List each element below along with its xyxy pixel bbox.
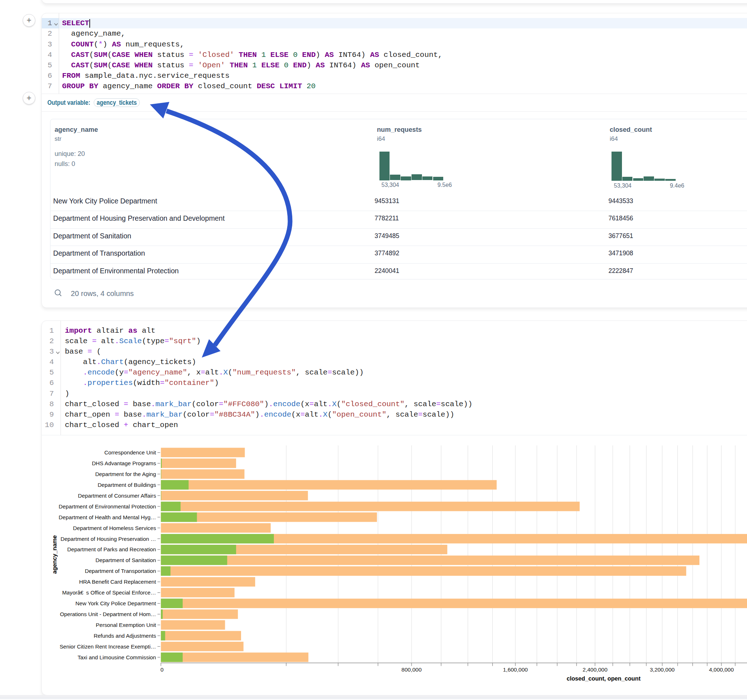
svg-text:Department of Housing Preserva: Department of Housing Preservation … xyxy=(60,536,156,542)
svg-text:Department of Sanitation: Department of Sanitation xyxy=(95,557,156,563)
svg-text:3,200,000: 3,200,000 xyxy=(650,667,674,673)
svg-text:Department of Parks and Recrea: Department of Parks and Recreation xyxy=(67,546,156,552)
svg-text:Mayorâ€ s Office of Special En: Mayorâ€ s Office of Special Enforce… xyxy=(62,590,156,596)
svg-text:HRA Benefit Card Replacement: HRA Benefit Card Replacement xyxy=(79,579,156,585)
svg-text:Operations Unit - Department o: Operations Unit - Department of Hom… xyxy=(60,611,156,617)
svg-text:Correspondence Unit: Correspondence Unit xyxy=(104,450,156,456)
svg-text:Department of Buildings: Department of Buildings xyxy=(98,482,156,488)
svg-text:Department of Transportation: Department of Transportation xyxy=(85,568,156,574)
svg-text:Department of Homeless Service: Department of Homeless Services xyxy=(73,525,156,531)
svg-text:Refunds and Adjustments: Refunds and Adjustments xyxy=(94,633,156,639)
svg-text:closed_count, open_count: closed_count, open_count xyxy=(567,675,641,682)
svg-text:2,400,000: 2,400,000 xyxy=(583,667,608,673)
svg-text:0: 0 xyxy=(160,667,163,673)
svg-text:New York City Police Departmen: New York City Police Department xyxy=(75,600,156,606)
svg-text:Taxi and Limousine Commission: Taxi and Limousine Commission xyxy=(77,654,156,661)
svg-text:Senior Citizen Rent Increase E: Senior Citizen Rent Increase Exempti… xyxy=(59,643,156,650)
svg-text:Department of Environmental Pr: Department of Environmental Protection xyxy=(59,503,156,510)
svg-text:DHS Advantage Programs: DHS Advantage Programs xyxy=(92,460,156,466)
svg-text:Department of Health and Menta: Department of Health and Mental Hyg… xyxy=(59,514,156,520)
svg-text:Department for the Aging: Department for the Aging xyxy=(95,471,156,477)
svg-text:4,000,000: 4,000,000 xyxy=(709,667,734,673)
svg-text:800,000: 800,000 xyxy=(401,667,422,673)
svg-text:1,600,000: 1,600,000 xyxy=(503,667,528,673)
svg-text:Personal Exemption Unit: Personal Exemption Unit xyxy=(96,622,156,628)
svg-text:agency_name: agency_name xyxy=(51,535,57,573)
svg-text:Department of Consumer Affairs: Department of Consumer Affairs xyxy=(78,493,156,499)
